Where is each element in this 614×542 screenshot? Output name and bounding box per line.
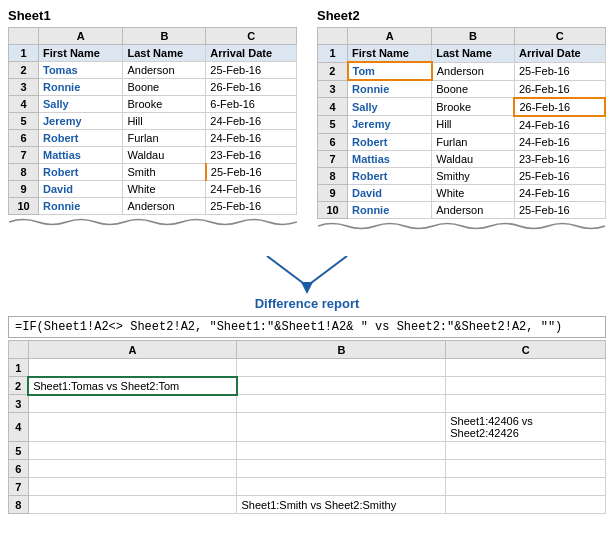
table-row: 3 Ronnie Boone 26-Feb-16	[318, 80, 606, 98]
result-table: A B C 1 2 Sheet1:Tomas vs Sheet2:Tom	[8, 340, 606, 514]
formula-bar[interactable]: =IF(Sheet1!A2<> Sheet2!A2, "Sheet1:"&She…	[8, 316, 606, 338]
result-row-4: 4 Sheet1:42406 vs Sheet2:42426	[9, 413, 606, 442]
svg-marker-2	[301, 282, 313, 294]
table-row: 2 Tom Anderson 25-Feb-16	[318, 62, 606, 80]
table-row: 10 Ronnie Anderson 25-Feb-16	[318, 201, 606, 218]
table-row: 7 Mattias Waldau 23-Feb-16	[318, 150, 606, 167]
sheet2-row-num-header	[318, 28, 348, 45]
sheet1-row-num-header	[9, 28, 39, 45]
svg-line-1	[307, 256, 347, 286]
sheet1-header-row: 1 First Name Last Name Arrival Date	[9, 45, 297, 62]
sheet2-header-row: 1 First Name Last Name Arrival Date	[318, 45, 606, 63]
sheet1-title: Sheet1	[8, 8, 297, 23]
result-row-3: 3	[9, 395, 606, 413]
sheet1-table: A B C 1 First Name Last Name Arrival Dat…	[8, 27, 297, 231]
sheet1-col-c-header: C	[206, 28, 297, 45]
sheet2-col-a-header: A	[348, 28, 432, 45]
table-row: 4 Sally Brooke 6-Feb-16	[9, 96, 297, 113]
table-row: 2 Tomas Anderson 25-Feb-16	[9, 62, 297, 79]
result-row-7: 7	[9, 478, 606, 496]
table-row: 9 David White 24-Feb-16	[318, 184, 606, 201]
result-row-8: 8 Sheet1:Smith vs Sheet2:Smithy	[9, 496, 606, 514]
result-row-1: 1	[9, 359, 606, 377]
table-row: 6 Robert Furlan 24-Feb-16	[318, 133, 606, 150]
result-row-2: 2 Sheet1:Tomas vs Sheet2:Tom	[9, 377, 606, 395]
table-row: 8 Robert Smith 25-Feb-16	[9, 164, 297, 181]
sheet1-scribble	[9, 215, 297, 232]
sheet1-col-a-header: A	[39, 28, 123, 45]
table-row: 10 Ronnie Anderson 25-Feb-16	[9, 198, 297, 215]
sheet2-col-b-header: B	[432, 28, 515, 45]
table-row: 6 Robert Furlan 24-Feb-16	[9, 130, 297, 147]
sheet1-col-b-header: B	[123, 28, 206, 45]
table-row: 9 David White 24-Feb-16	[9, 181, 297, 198]
table-row: 7 Mattias Waldau 23-Feb-16	[9, 147, 297, 164]
table-row: 5 Jeremy Hill 24-Feb-16	[318, 116, 606, 134]
sheet2-container: Sheet2 A B C 1 First Name Last Name	[317, 8, 606, 248]
arrows-svg	[207, 256, 407, 294]
diff-report-label: Difference report	[255, 296, 360, 311]
formula-text: =IF(Sheet1!A2<> Sheet2!A2, "Sheet1:"&She…	[15, 320, 562, 334]
sheet2-title: Sheet2	[317, 8, 606, 23]
sheet1-container: Sheet1 A B C 1 First Name Last Name	[8, 8, 297, 248]
result-row-6: 6	[9, 460, 606, 478]
svg-line-0	[267, 256, 307, 286]
middle-section: Difference report	[8, 252, 606, 312]
table-row: 8 Robert Smithy 25-Feb-16	[318, 167, 606, 184]
arrows-area	[207, 254, 407, 294]
result-table-container: A B C 1 2 Sheet1:Tomas vs Sheet2:Tom	[8, 340, 606, 514]
table-row: 4 Sally Brooke 26-Feb-16	[318, 98, 606, 116]
result-row-5: 5	[9, 442, 606, 460]
sheet2-table: A B C 1 First Name Last Name Arrival Dat…	[317, 27, 606, 235]
bottom-section: =IF(Sheet1!A2<> Sheet2!A2, "Sheet1:"&She…	[8, 316, 606, 514]
table-row: 5 Jeremy Hill 24-Feb-16	[9, 113, 297, 130]
sheet2-scribble	[318, 218, 606, 235]
table-row: 3 Ronnie Boone 26-Feb-16	[9, 79, 297, 96]
sheet2-col-c-header: C	[514, 28, 605, 45]
